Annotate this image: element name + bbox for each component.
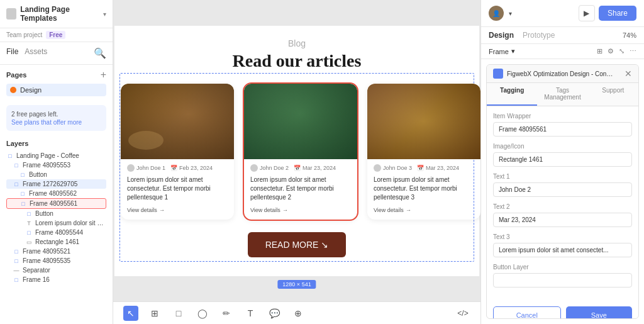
user-dropdown[interactable]: ▾ bbox=[509, 10, 512, 17]
tab-prototype[interactable]: Prototype bbox=[523, 31, 555, 40]
field-input-text1[interactable] bbox=[493, 182, 632, 197]
calendar-icon-2: 📅 bbox=[294, 165, 301, 171]
cursor-tool[interactable]: ↖ bbox=[123, 306, 138, 321]
canvas-area[interactable]: Blog Read our articles bbox=[113, 0, 480, 301]
layer-frame-1272[interactable]: □ Frame 1272629705 bbox=[6, 179, 106, 189]
tab-design[interactable]: Design bbox=[489, 31, 514, 40]
card-body-3: John Doe 3 📅 Mar 23, 2024 Lorem ipsum do… bbox=[367, 159, 480, 220]
card-body-2: John Doe 2 📅 Mar 23, 2024 Lorem ipsum do… bbox=[244, 159, 357, 220]
layer-text-lorem[interactable]: T Lorem ipsum dolor sit a... bbox=[6, 218, 106, 228]
rect-icon: ▭ bbox=[25, 239, 33, 245]
read-more-section: READ MORE ↘ bbox=[114, 232, 479, 257]
field-label-image: Image/Icon bbox=[493, 143, 632, 150]
settings-icon[interactable]: ⚙ bbox=[608, 47, 614, 55]
field-input-image[interactable] bbox=[493, 152, 632, 167]
card-image-1 bbox=[121, 84, 234, 159]
layer-frame-544[interactable]: □ Frame 48095544 bbox=[6, 228, 106, 237]
frame-dropdown[interactable]: Frame ▾ bbox=[489, 47, 515, 55]
layer-button-2[interactable]: □ Button bbox=[6, 209, 106, 218]
frame-label-text: Frame bbox=[489, 48, 509, 55]
read-more-button[interactable]: READ MORE ↘ bbox=[248, 232, 347, 257]
layer-button-1[interactable]: □ Button bbox=[6, 170, 106, 179]
field-label-button: Button Layer bbox=[493, 264, 632, 271]
plugin-header-left: FigwebX Optimization Design - Convert Fi… bbox=[493, 69, 614, 79]
preview-button[interactable]: ▶ bbox=[579, 5, 595, 21]
page-item-design[interactable]: Design bbox=[6, 84, 106, 96]
frame-icon: □ bbox=[13, 249, 20, 255]
layer-frame-16[interactable]: □ Frame 16 bbox=[6, 275, 106, 284]
layer-name: Separator bbox=[23, 267, 50, 274]
layer-frame-562[interactable]: □ Frame 48095562 bbox=[6, 189, 106, 198]
author-avatar-3 bbox=[374, 164, 381, 172]
plugin-panel: FigwebX Optimization Design - Convert Fi… bbox=[486, 64, 639, 319]
more-options-icon[interactable]: ⋯ bbox=[630, 47, 636, 55]
blog-section-label: Blog bbox=[114, 38, 479, 48]
card-date-1: 📅 Feb 23, 2024 bbox=[170, 165, 213, 171]
ellipse-tool[interactable]: ◯ bbox=[195, 306, 210, 321]
share-button[interactable]: Share bbox=[599, 6, 636, 21]
card-image-2 bbox=[244, 84, 357, 159]
layer-rect-1461[interactable]: ▭ Rectangle 1461 bbox=[6, 237, 106, 247]
code-view-toggle[interactable]: </> bbox=[455, 306, 470, 321]
layer-frame-561[interactable]: □ Frame 48095561 bbox=[6, 198, 106, 209]
title-dropdown-icon[interactable]: ▾ bbox=[103, 11, 106, 18]
layer-frame-535[interactable]: □ Frame 48095535 bbox=[6, 256, 106, 265]
component-tool[interactable]: ⊕ bbox=[291, 306, 306, 321]
rectangle-tool[interactable]: □ bbox=[171, 306, 186, 321]
field-text1: Text 1 bbox=[493, 173, 632, 197]
layer-landing-page[interactable]: □ Landing Page - Coffee bbox=[6, 151, 106, 160]
card-author-2: John Doe 2 bbox=[250, 164, 289, 172]
layer-separator[interactable]: — Separator bbox=[6, 265, 106, 275]
date-text-3: Mar 23, 2024 bbox=[426, 165, 459, 171]
layer-name: Frame 48095544 bbox=[35, 229, 83, 236]
resize-icon[interactable]: ⤡ bbox=[619, 47, 625, 55]
add-page-button[interactable]: + bbox=[101, 70, 106, 80]
user-avatar[interactable]: 👤 bbox=[489, 6, 504, 21]
frame-icon: □ bbox=[25, 211, 33, 217]
field-input-text3[interactable] bbox=[493, 243, 632, 257]
layers-section: Layers □ Landing Page - Coffee □ Frame 4… bbox=[0, 135, 113, 324]
blog-card-2[interactable]: John Doe 2 📅 Mar 23, 2024 Lorem ipsum do… bbox=[244, 84, 357, 220]
frame-icon: □ bbox=[13, 162, 20, 169]
plan-upgrade-link[interactable]: See plans that offer more bbox=[11, 119, 101, 126]
field-input-item-wrapper[interactable] bbox=[493, 122, 632, 137]
field-input-button[interactable] bbox=[493, 273, 632, 288]
cancel-button[interactable]: Cancel bbox=[493, 306, 561, 319]
plugin-tab-tagging[interactable]: Tagging bbox=[487, 83, 537, 106]
zoom-level[interactable]: 74% bbox=[623, 31, 636, 39]
grid-icon[interactable]: ⊞ bbox=[597, 47, 602, 55]
blog-card-3[interactable]: John Doe 3 📅 Mar 23, 2024 Lorem ipsum do… bbox=[367, 84, 480, 220]
card-text-2: Lorem ipsum dolor sit amet consectetur. … bbox=[250, 176, 351, 202]
arrow-icon-1: → bbox=[159, 207, 165, 213]
project-info: Team project Free bbox=[0, 28, 113, 42]
plugin-close-button[interactable]: ✕ bbox=[625, 69, 632, 78]
save-button[interactable]: Save bbox=[566, 306, 633, 319]
plugin-tab-tags-mgmt[interactable]: Tags Management bbox=[537, 83, 587, 106]
plan-badge[interactable]: Free bbox=[46, 31, 65, 39]
layer-frame-521[interactable]: □ Frame 48095521 bbox=[6, 247, 106, 256]
pen-tool[interactable]: ✏ bbox=[219, 306, 234, 321]
card-view-details-1[interactable]: View details → bbox=[127, 207, 228, 213]
blog-card-1[interactable]: John Doe 1 📅 Feb 23, 2024 Lorem ipsum do… bbox=[121, 84, 234, 220]
plan-info-box: 2 free pages left. See plans that offer … bbox=[6, 105, 106, 131]
frame-tool[interactable]: ⊞ bbox=[147, 306, 162, 321]
search-icon[interactable]: 🔍 bbox=[94, 47, 106, 59]
card-view-details-2[interactable]: View details → bbox=[250, 207, 351, 213]
comment-tool[interactable]: 💬 bbox=[267, 306, 282, 321]
frame-dropdown-icon: ▾ bbox=[511, 47, 515, 55]
plugin-tabs: Tagging Tags Management Support bbox=[487, 83, 638, 106]
card-view-details-3[interactable]: View details → bbox=[374, 207, 474, 213]
nav-assets[interactable]: Assets bbox=[25, 47, 47, 59]
author-name-2: John Doe 2 bbox=[260, 165, 289, 171]
plugin-header: FigwebX Optimization Design - Convert Fi… bbox=[487, 65, 638, 83]
field-input-text2[interactable] bbox=[493, 213, 632, 227]
layer-frame-553[interactable]: □ Frame 48095553 bbox=[6, 160, 106, 170]
right-panel: 👤 ▾ ▶ Share Design Prototype 74% Frame ▾… bbox=[480, 0, 644, 324]
nav-file[interactable]: File bbox=[6, 47, 18, 59]
design-prototype-tabs: Design Prototype 74% bbox=[481, 27, 644, 44]
author-name-3: John Doe 3 bbox=[383, 165, 412, 171]
plugin-tab-support[interactable]: Support bbox=[588, 83, 638, 106]
plugin-actions: Cancel Save bbox=[487, 306, 638, 319]
app-logo bbox=[6, 8, 16, 20]
text-tool[interactable]: T bbox=[243, 306, 258, 321]
